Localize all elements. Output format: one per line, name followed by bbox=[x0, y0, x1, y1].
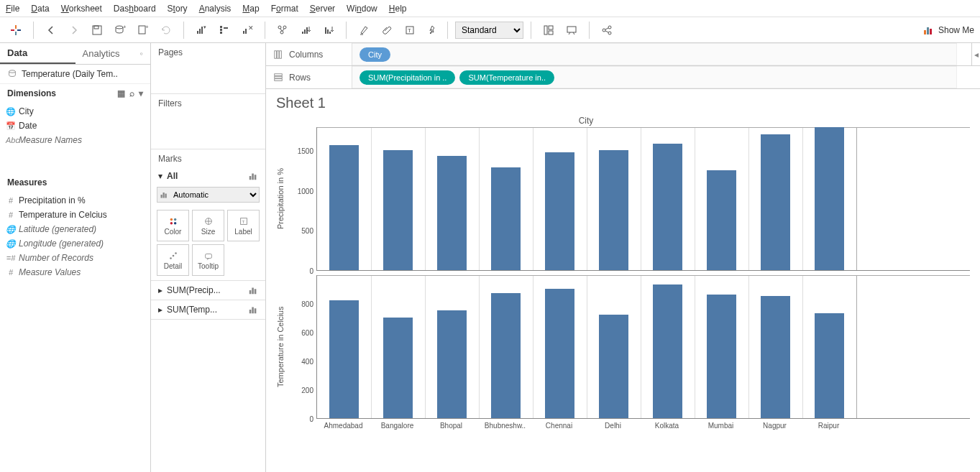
measure-longitude-generated-[interactable]: 🌐Longitude (generated) bbox=[0, 236, 150, 251]
bar-ahmedabad[interactable] bbox=[329, 145, 359, 270]
menu-server[interactable]: Server bbox=[310, 4, 335, 14]
marks-all-toggle[interactable]: ▾All bbox=[151, 168, 265, 184]
marks-color[interactable]: Color bbox=[157, 210, 189, 241]
bar-kolkata[interactable] bbox=[653, 144, 682, 270]
bar-delhi[interactable] bbox=[599, 315, 628, 418]
menu-story[interactable]: Story bbox=[168, 4, 188, 14]
bar-mumbai[interactable] bbox=[707, 295, 736, 418]
bar-bhubneshw..[interactable] bbox=[491, 293, 521, 418]
bar-ahmedabad[interactable] bbox=[329, 300, 359, 418]
pill-sum-precipitation-in-[interactable]: SUM(Precipitation in .. bbox=[360, 70, 455, 85]
bar-raipur[interactable] bbox=[815, 127, 844, 270]
analytics-tab[interactable]: Analytics◦ bbox=[75, 43, 151, 64]
bar-kolkata[interactable] bbox=[653, 284, 682, 418]
swap-button[interactable]: ▾ bbox=[191, 20, 211, 40]
bar-bhubneshw..[interactable] bbox=[491, 167, 521, 270]
measure-temperature-in-celcius[interactable]: #Temperature in Celcius bbox=[0, 208, 150, 222]
sort-asc-icon[interactable] bbox=[296, 20, 316, 40]
marks-card-header: Marks bbox=[151, 149, 265, 168]
share-button[interactable] bbox=[597, 20, 617, 40]
svg-rect-25 bbox=[304, 29, 306, 34]
menu-icon[interactable]: ▾ bbox=[139, 88, 143, 98]
menu-format[interactable]: Format bbox=[271, 4, 298, 14]
marks-size[interactable]: Size bbox=[192, 210, 224, 241]
new-datasource-button[interactable]: + bbox=[110, 20, 130, 40]
filters-shelf[interactable]: Filters bbox=[151, 94, 265, 113]
new-worksheet-button[interactable]: + bbox=[133, 20, 153, 40]
sheet-title[interactable]: Sheet 1 bbox=[276, 95, 970, 111]
view-toggle-icon[interactable]: ▦ bbox=[117, 88, 125, 98]
menu-dashboard[interactable]: Dashboard bbox=[114, 4, 156, 14]
show-cards-button[interactable] bbox=[539, 20, 559, 40]
bar-bhopal[interactable] bbox=[437, 156, 467, 270]
fit-dropdown[interactable]: Standard bbox=[455, 22, 523, 39]
refresh-button[interactable] bbox=[156, 20, 176, 40]
svg-point-40 bbox=[608, 26, 611, 29]
dimension-date[interactable]: 📅Date bbox=[0, 119, 150, 133]
label-button[interactable]: T bbox=[400, 20, 420, 40]
clear-button[interactable]: ✕ bbox=[237, 20, 257, 40]
paperclip-icon[interactable] bbox=[377, 20, 397, 40]
chart-plot-1[interactable] bbox=[316, 275, 970, 419]
sort-asc-button[interactable] bbox=[214, 20, 234, 40]
bar-bhopal[interactable] bbox=[437, 310, 467, 418]
bar-bangalore[interactable] bbox=[383, 150, 413, 270]
svg-rect-48 bbox=[249, 176, 252, 180]
rows-shelf-label: Rows bbox=[266, 66, 352, 88]
measure-latitude-generated-[interactable]: 🌐Latitude (generated) bbox=[0, 222, 150, 236]
chart-plot-0[interactable] bbox=[316, 127, 970, 271]
marks-label[interactable]: TLabel bbox=[227, 210, 260, 241]
bar-chennai[interactable] bbox=[545, 289, 574, 418]
measure-measure-values[interactable]: #Measure Values bbox=[0, 265, 150, 279]
sort-desc-icon[interactable] bbox=[319, 20, 339, 40]
marks-sum-temp[interactable]: ▸SUM(Temp... bbox=[151, 300, 265, 319]
group-button[interactable] bbox=[273, 20, 293, 40]
mark-type-dropdown[interactable]: Automatic bbox=[157, 187, 260, 203]
bar-raipur[interactable] bbox=[815, 313, 844, 418]
columns-shelf[interactable]: City bbox=[352, 43, 957, 65]
bar-nagpur[interactable] bbox=[761, 296, 790, 418]
back-button[interactable] bbox=[41, 20, 61, 40]
menu-analysis[interactable]: Analysis bbox=[199, 4, 232, 14]
svg-rect-51 bbox=[161, 195, 162, 198]
bar-mumbai[interactable] bbox=[707, 170, 736, 270]
pin-icon[interactable] bbox=[423, 20, 443, 40]
y-axis-label: Temperature in Celcius bbox=[276, 275, 288, 419]
menu-data[interactable]: Data bbox=[31, 4, 49, 14]
marks-sum-precip[interactable]: ▸SUM(Precip... bbox=[151, 280, 265, 300]
show-me-button[interactable]: Show Me bbox=[922, 24, 974, 36]
save-button[interactable] bbox=[87, 20, 107, 40]
menu-help[interactable]: Help bbox=[389, 4, 407, 14]
marks-tooltip[interactable]: Tooltip bbox=[192, 244, 224, 276]
pill-city[interactable]: City bbox=[360, 47, 390, 62]
menu-window[interactable]: Window bbox=[347, 4, 377, 14]
measures-header: Measures bbox=[0, 170, 150, 192]
marks-detail[interactable]: Detail bbox=[157, 244, 189, 276]
bar-delhi[interactable] bbox=[599, 150, 628, 270]
svg-rect-29 bbox=[329, 32, 331, 34]
pages-shelf[interactable]: Pages bbox=[151, 43, 265, 62]
dimension-city[interactable]: 🌐City bbox=[0, 104, 150, 119]
collapse-button[interactable]: ◂ bbox=[971, 43, 980, 65]
menu-worksheet[interactable]: Worksheet bbox=[61, 4, 102, 14]
datasource-item[interactable]: Temperature (Daily Tem.. bbox=[0, 65, 150, 84]
svg-rect-36 bbox=[567, 27, 576, 32]
measure-number-of-records[interactable]: =#Number of Records bbox=[0, 251, 150, 265]
presentation-button[interactable] bbox=[562, 20, 582, 40]
menu-bar: FileDataWorksheetDashboardStoryAnalysisM… bbox=[0, 0, 980, 17]
forward-button[interactable] bbox=[64, 20, 84, 40]
svg-rect-34 bbox=[549, 26, 553, 29]
dimension-measure-names[interactable]: AbcMeasure Names bbox=[0, 133, 150, 147]
data-tab[interactable]: Data bbox=[0, 43, 75, 64]
menu-map[interactable]: Map bbox=[242, 4, 259, 14]
measure-precipitation-in-[interactable]: #Precipitation in % bbox=[0, 193, 150, 208]
bar-chennai[interactable] bbox=[545, 152, 574, 270]
search-icon[interactable]: ⌕ bbox=[129, 88, 134, 98]
pill-sum-temperature-in-[interactable]: SUM(Temperature in.. bbox=[459, 70, 554, 85]
rows-shelf[interactable]: SUM(Precipitation in ..SUM(Temperature i… bbox=[352, 66, 957, 88]
tableau-logo[interactable] bbox=[6, 20, 26, 40]
menu-file[interactable]: File bbox=[6, 4, 19, 14]
bar-nagpur[interactable] bbox=[761, 134, 790, 270]
bar-bangalore[interactable] bbox=[383, 318, 413, 418]
highlight-button[interactable] bbox=[354, 20, 374, 40]
